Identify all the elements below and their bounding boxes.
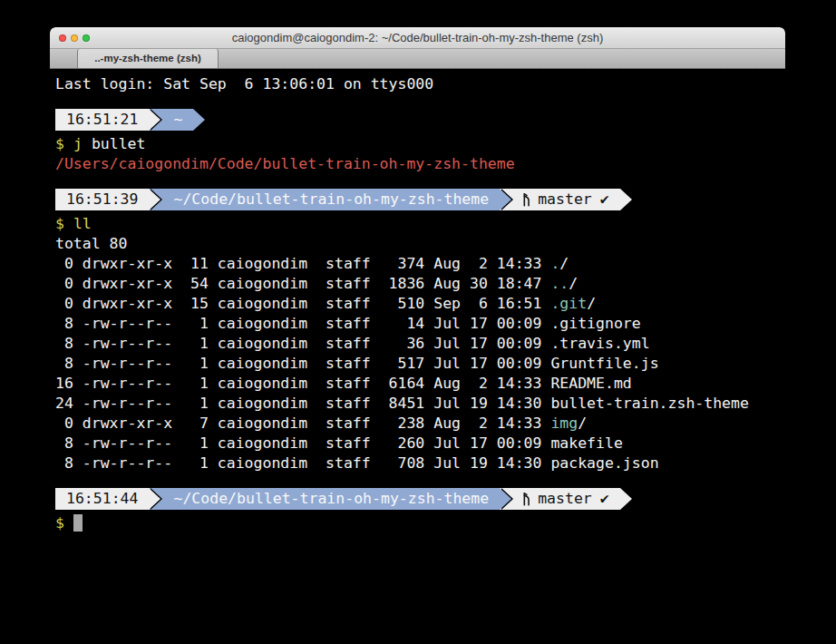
- file-row: 0 drwxr-xr-x 11 caiogondim staff 374 Aug…: [55, 254, 785, 274]
- powerline-separator-icon: [149, 189, 162, 210]
- prompt-char: $: [55, 215, 64, 232]
- file-row: 8 -rw-r--r-- 1 caiogondim staff 260 Jul …: [55, 434, 785, 454]
- prompt-char: $: [55, 514, 64, 532]
- file-name: Gruntfile.js: [550, 355, 658, 372]
- git-branch-icon: [520, 491, 532, 507]
- tab-zsh[interactable]: ..-my-zsh-theme (zsh): [77, 49, 219, 68]
- ls-total-line: total 80: [55, 234, 785, 254]
- traffic-lights: [59, 34, 90, 42]
- prompt-line: 16:51:44 ~/Code/bullet-train-oh-my-zsh-t…: [55, 488, 785, 510]
- minimize-button[interactable]: [71, 34, 78, 42]
- directory-name: .: [550, 255, 559, 272]
- prompt-time-segment: 16:51:39: [55, 189, 149, 210]
- prompt-time-segment: 16:51:44: [55, 488, 149, 510]
- terminal-window: caiogondim@caiogondim-2: ~/Code/bullet-t…: [50, 27, 785, 644]
- directory-name: ..: [550, 275, 569, 292]
- directory-name: img: [550, 415, 578, 432]
- prompt-git-segment: master ✔: [513, 488, 620, 510]
- command-args: bullet: [92, 135, 146, 152]
- prompt-path-segment: ~: [162, 109, 193, 131]
- file-name: makefile: [550, 434, 622, 452]
- window-title: caiogondim@caiogondim-2: ~/Code/bullet-t…: [50, 27, 785, 48]
- command-output: /Users/caiogondim/Code/bullet-train-oh-m…: [55, 154, 785, 174]
- zoom-button[interactable]: [83, 34, 90, 42]
- git-clean-check-icon: ✔: [600, 190, 609, 210]
- tab-bar: ..-my-zsh-theme (zsh): [50, 49, 785, 69]
- file-name: .gitignore: [550, 315, 640, 332]
- window-titlebar[interactable]: caiogondim@caiogondim-2: ~/Code/bullet-t…: [50, 27, 785, 49]
- prompt-line: 16:51:21 ~: [55, 109, 785, 131]
- prompt-git-segment: master ✔: [513, 189, 620, 210]
- prompt-char: $: [55, 135, 64, 152]
- git-branch-name: master: [538, 190, 592, 210]
- file-row: 8 -rw-r--r-- 1 caiogondim staff 14 Jul 1…: [55, 314, 785, 334]
- file-row: 8 -rw-r--r-- 1 caiogondim staff 36 Jul 1…: [55, 334, 785, 354]
- file-row: 16 -rw-r--r-- 1 caiogondim staff 6164 Au…: [55, 374, 785, 394]
- file-name: .travis.yml: [550, 335, 649, 352]
- terminal-cursor: [73, 514, 83, 532]
- powerline-separator-icon: [500, 488, 513, 510]
- command-text: j: [73, 135, 83, 152]
- prompt-path-segment: ~/Code/bullet-train-oh-my-zsh-theme: [162, 189, 500, 210]
- powerline-separator-icon: [500, 189, 513, 210]
- powerline-separator-icon: [149, 488, 162, 510]
- git-clean-check-icon: ✔: [600, 489, 609, 509]
- file-row: 8 -rw-r--r-- 1 caiogondim staff 517 Jul …: [55, 354, 785, 374]
- command-line: $: [55, 513, 785, 533]
- terminal-content[interactable]: Last login: Sat Sep 6 13:06:01 on ttys00…: [50, 69, 785, 643]
- close-button[interactable]: [59, 34, 66, 42]
- file-name: bullet-train.zsh-theme: [550, 395, 749, 412]
- file-row: 0 drwxr-xr-x 7 caiogondim staff 238 Aug …: [55, 414, 785, 434]
- file-row: 0 drwxr-xr-x 15 caiogondim staff 510 Sep…: [55, 294, 785, 314]
- prompt-path-segment: ~/Code/bullet-train-oh-my-zsh-theme: [162, 488, 500, 510]
- file-row: 0 drwxr-xr-x 54 caiogondim staff 1836 Au…: [55, 274, 785, 294]
- file-row: 8 -rw-r--r-- 1 caiogondim staff 708 Jul …: [55, 454, 785, 473]
- command-line: $jbullet: [55, 134, 785, 154]
- powerline-separator-icon: [149, 109, 162, 131]
- powerline-separator-icon: [620, 488, 634, 510]
- prompt-time-segment: 16:51:21: [55, 109, 149, 131]
- file-name: package.json: [550, 454, 658, 472]
- powerline-separator-icon: [193, 109, 207, 131]
- command-text: ll: [73, 215, 92, 232]
- git-branch-name: master: [538, 489, 592, 509]
- command-line: $ll: [55, 214, 785, 234]
- file-row: 24 -rw-r--r-- 1 caiogondim staff 8451 Ju…: [55, 394, 785, 414]
- file-name: README.md: [550, 375, 631, 392]
- git-branch-icon: [520, 191, 532, 208]
- directory-name: .git: [550, 295, 587, 312]
- powerline-separator-icon: [620, 189, 634, 210]
- prompt-line: 16:51:39 ~/Code/bullet-train-oh-my-zsh-t…: [55, 189, 785, 210]
- last-login-line: Last login: Sat Sep 6 13:06:01 on ttys00…: [55, 74, 785, 94]
